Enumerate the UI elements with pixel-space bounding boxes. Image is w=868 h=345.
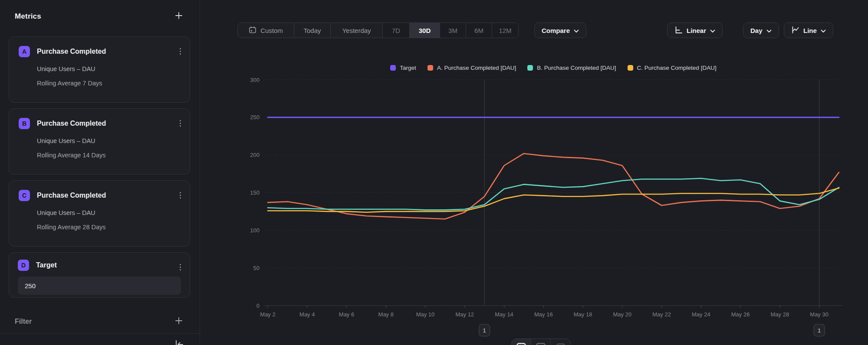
metric-measure: Unique Users – DAU (37, 65, 180, 72)
metric-detail: Rolling Average 28 Days (37, 224, 180, 231)
card-small-icon (556, 343, 566, 345)
metric-letter-badge: A (19, 46, 30, 57)
metric-menu-button[interactable] (178, 46, 183, 56)
range-tab-label: Yesterday (342, 27, 371, 34)
metric-menu-button[interactable] (178, 118, 183, 128)
scale-select-button[interactable]: Linear (667, 23, 723, 38)
y-axis-tick-label: 50 (253, 265, 260, 271)
chevron-down-icon (710, 27, 715, 34)
collapse-left-icon (174, 339, 185, 345)
metric-card-list: APurchase CompletedUnique Users – DAURol… (9, 36, 190, 298)
line-chart-icon (791, 26, 799, 35)
y-axis-tick-label: 250 (250, 114, 260, 120)
x-axis-tick-label: May 8 (378, 311, 394, 318)
range-tab-label: 3M (448, 27, 457, 34)
series-line (268, 188, 839, 212)
y-axis-tick-label: 150 (250, 189, 260, 196)
x-axis-tick-label: May 4 (299, 311, 315, 318)
card-split-icon (536, 343, 546, 345)
y-axis-tick-label: 0 (256, 303, 260, 309)
x-axis-tick-label: May 22 (652, 311, 671, 318)
annotation-badge[interactable]: 1 (814, 324, 825, 336)
target-card-head: DTarget (18, 260, 181, 271)
range-tab-yesterday[interactable]: Yesterday (331, 23, 383, 38)
metric-card-a[interactable]: APurchase CompletedUnique Users – DAURol… (9, 36, 190, 103)
line-chart: 300250200150100500May 2May 4May 6May 8Ma… (200, 56, 868, 345)
metric-card-head: CPurchase Completed (19, 190, 180, 201)
y-axis-tick-label: 300 (250, 77, 260, 83)
chart-type-select-label: Line (803, 27, 817, 34)
chart-size-medium-button[interactable] (531, 339, 551, 345)
metric-measure: Unique Users – DAU (37, 209, 180, 216)
metric-menu-button[interactable] (178, 190, 183, 200)
range-tab-label: Today (303, 27, 321, 34)
filter-label: Filter (15, 318, 32, 325)
add-filter-button[interactable] (174, 316, 184, 327)
range-tab-12m[interactable]: 12M (492, 23, 518, 38)
metrics-sidebar: Metrics APurchase CompletedUnique Users … (0, 0, 200, 345)
chart-toolbar: CustomTodayYesterday7D30D3M6M12M Compare… (200, 23, 868, 38)
chart-size-switch (511, 338, 571, 345)
plus-icon (174, 11, 183, 21)
metric-title: Purchase Completed (37, 48, 106, 55)
range-tab-label: 6M (474, 27, 483, 34)
range-tab-today[interactable]: Today (294, 23, 331, 38)
x-axis-tick-label: May 20 (613, 311, 632, 318)
calendar-icon (249, 26, 256, 35)
x-axis-tick-label: May 14 (495, 311, 513, 318)
target-value-input[interactable] (18, 277, 181, 295)
metric-card-head: APurchase Completed (19, 46, 180, 57)
metric-menu-button[interactable] (178, 262, 183, 272)
x-axis-tick-label: May 6 (339, 311, 354, 318)
metric-card-b[interactable]: BPurchase CompletedUnique Users – DAURol… (9, 108, 190, 175)
metric-title: Purchase Completed (37, 120, 106, 127)
scale-select-label: Linear (687, 27, 706, 34)
metric-measure: Unique Users – DAU (37, 137, 180, 144)
compare-button[interactable]: Compare (534, 23, 586, 38)
metric-letter-badge: D (18, 260, 29, 271)
metric-card-head: BPurchase Completed (19, 118, 180, 129)
chart-type-select-button[interactable]: Line (784, 23, 833, 38)
range-tab-label: 7D (392, 27, 400, 34)
range-tab-7d[interactable]: 7D (383, 23, 410, 38)
chart-size-small-button[interactable] (551, 339, 570, 345)
interval-select-button[interactable]: Day (743, 23, 779, 38)
metric-card-c[interactable]: CPurchase CompletedUnique Users – DAURol… (9, 180, 190, 247)
sidebar-divider (0, 333, 200, 334)
linear-scale-icon (674, 26, 683, 35)
range-tab-label: 12M (499, 27, 511, 34)
filter-section: Filter (15, 316, 184, 327)
sidebar-title: Metrics (15, 12, 41, 21)
x-axis-tick-label: May 16 (534, 311, 553, 318)
svg-text:1: 1 (818, 327, 821, 334)
collapse-sidebar-button[interactable] (173, 338, 186, 345)
range-tab-label: 30D (419, 27, 431, 34)
chevron-down-icon (574, 27, 579, 34)
range-tab-3m[interactable]: 3M (440, 23, 466, 38)
range-tab-6m[interactable]: 6M (466, 23, 492, 38)
x-axis-tick-label: May 28 (771, 311, 789, 318)
range-tab-30d[interactable]: 30D (410, 23, 440, 38)
metric-letter-badge: B (19, 118, 30, 129)
target-card[interactable]: DTarget (9, 252, 190, 298)
metric-title: Purchase Completed (37, 192, 106, 199)
compare-button-label: Compare (542, 27, 570, 34)
x-axis-tick-label: May 10 (416, 311, 435, 318)
date-range-tabs: CustomTodayYesterday7D30D3M6M12M (237, 23, 519, 38)
annotation-badge[interactable]: 1 (479, 324, 490, 336)
chart-size-large-button[interactable] (512, 339, 531, 345)
metric-letter-badge: C (19, 190, 30, 201)
range-tab-custom[interactable]: Custom (238, 23, 294, 38)
x-axis-tick-label: May 30 (810, 311, 829, 318)
x-axis-tick-label: May 12 (455, 311, 474, 318)
svg-text:1: 1 (483, 327, 486, 334)
plus-icon (174, 316, 183, 326)
metric-detail: Rolling Average 14 Days (37, 152, 180, 159)
x-axis-tick-label: May 2 (260, 311, 275, 318)
add-metric-button[interactable] (174, 10, 184, 22)
range-tab-label: Custom (260, 27, 283, 34)
x-axis-tick-label: May 24 (692, 311, 710, 318)
metric-detail: Rolling Average 7 Days (37, 80, 180, 87)
chevron-down-icon (766, 27, 772, 34)
sidebar-header: Metrics (15, 10, 184, 22)
